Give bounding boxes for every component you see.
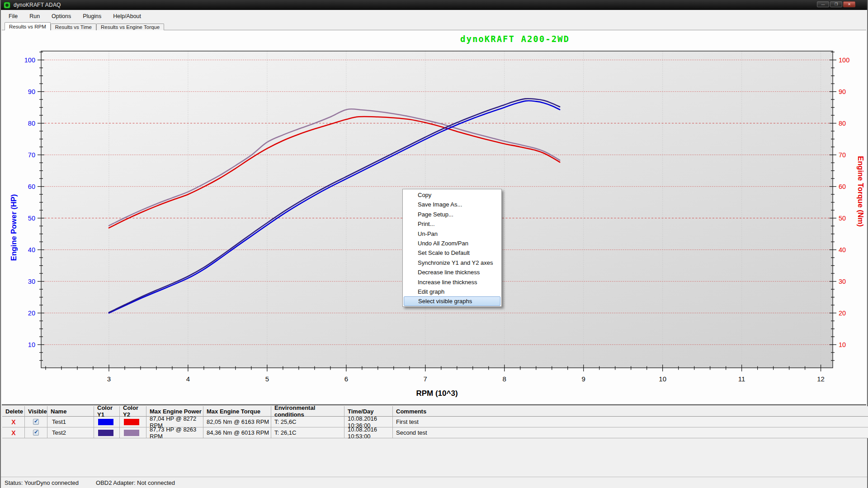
window-title: dynoKRAFT ADAQ (14, 2, 61, 8)
context-menu-item-decrease-line-thickness[interactable]: Decrease line thickness (403, 267, 501, 277)
x-tick-label: 4 (186, 375, 190, 383)
y1-tick-label: 70 (28, 151, 35, 159)
y2-tick-label: 40 (839, 246, 846, 253)
context-menu-item-increase-line-thickness[interactable]: Increase line thickness (403, 277, 501, 287)
minimize-button[interactable]: — (817, 1, 829, 7)
context-menu-item-synchronize-y1-and-y2-axes[interactable]: Synchronize Y1 and Y2 axes (403, 258, 501, 267)
y1-tick-label: 20 (28, 310, 35, 317)
y1-tick-label: 80 (28, 120, 35, 127)
table-cell-delete: X (2, 417, 25, 427)
app-window: dynoKRAFT ADAQ —❐✕ FileRunOptionsPlugins… (0, 0, 868, 488)
y1-tick-label: 90 (28, 88, 35, 95)
table-cell-color_y1 (94, 417, 120, 427)
y1-tick-label: 50 (28, 215, 35, 222)
x-tick-label: 12 (817, 375, 825, 383)
x-tick-label: 10 (659, 375, 666, 383)
column-header-color-y1: Color Y1 (94, 406, 120, 417)
table-cell-color_y1 (94, 427, 120, 438)
obd2-status-text: OBD2 Adapter: Not connected (96, 479, 175, 486)
x-tick-label: 5 (265, 375, 269, 383)
color-y2-swatch[interactable] (124, 430, 139, 436)
table-cell-max_torque: 84,36 Nm @ 6013 RPM (203, 427, 271, 438)
color-y2-swatch[interactable] (124, 419, 139, 425)
column-header-delete: Delete (2, 406, 25, 417)
context-menu-item-set-scale-to-default[interactable]: Set Scale to Default (403, 248, 501, 258)
menu-item-options[interactable]: Options (46, 11, 77, 21)
delete-row-button[interactable]: X (5, 418, 24, 426)
x-tick-label: 11 (738, 375, 745, 383)
y2-tick-label: 80 (839, 120, 846, 127)
table-cell-name: Test2 (47, 427, 94, 438)
y2-tick-label: 100 (839, 56, 849, 64)
column-header-max-engine-torque: Max Engine Torque (203, 406, 271, 417)
color-y1-swatch[interactable] (98, 430, 113, 436)
context-menu-item-page-setup[interactable]: Page Setup... (403, 210, 501, 219)
chart-context-menu: CopySave Image As...Page Setup...Print..… (402, 189, 502, 307)
context-menu-item-print[interactable]: Print... (403, 219, 501, 229)
table-cell-delete: X (2, 427, 25, 438)
x-axis-title: RPM (10^3) (416, 389, 458, 398)
menu-item-file[interactable]: File (3, 11, 24, 21)
column-header-comments: Comments (393, 406, 868, 417)
context-menu-item-un-pan[interactable]: Un-Pan (403, 229, 501, 239)
x-tick-label: 7 (424, 375, 427, 383)
context-menu-item-undo-all-zoom-pan[interactable]: Undo All Zoom/Pan (403, 239, 501, 248)
column-header-color-y2: Color Y2 (120, 406, 146, 417)
visible-checkbox[interactable]: ✔ (33, 419, 39, 425)
table-cell-env: T: 26,1C (271, 427, 344, 438)
menu-item-help-about[interactable]: Help/About (107, 11, 147, 21)
y2-tick-label: 70 (839, 151, 846, 159)
table-cell-name: Test1 (47, 417, 94, 427)
context-menu-item-copy[interactable]: Copy (403, 190, 501, 200)
visible-checkbox[interactable]: ✔ (33, 430, 39, 436)
color-y1-swatch[interactable] (98, 419, 113, 425)
y1-tick-label: 100 (24, 56, 35, 64)
column-header-visible: Visible (25, 406, 47, 417)
table-cell-comments: First test (393, 417, 868, 427)
y1-tick-label: 60 (28, 183, 35, 190)
window-controls: —❐✕ (817, 1, 855, 7)
table-cell-max_power: 87,73 HP @ 8263 RPM (146, 427, 203, 438)
menu-item-run[interactable]: Run (24, 11, 46, 21)
x-tick-label: 6 (344, 375, 348, 383)
results-table: DeleteVisibleNameColor Y1Color Y2Max Eng… (2, 404, 866, 476)
tab-strip: Results vs RPMResults vs TimeResults vs … (5, 23, 164, 30)
column-header-name: Name (47, 406, 94, 417)
delete-row-button[interactable]: X (5, 429, 24, 436)
context-menu-item-save-image-as[interactable]: Save Image As... (403, 200, 501, 209)
table-cell-time: 10.08.2016 10:53:00 (344, 427, 393, 438)
y2-tick-label: 20 (839, 310, 846, 317)
tab-results-vs-rpm[interactable]: Results vs RPM (5, 22, 51, 30)
menu-item-plugins[interactable]: Plugins (77, 11, 107, 21)
y2-tick-label: 50 (839, 215, 846, 222)
y1-tick-label: 30 (28, 278, 35, 285)
table-cell-env: T: 25,6C (271, 417, 344, 427)
tab-results-vs-time[interactable]: Results vs Time (51, 23, 96, 30)
y2-tick-label: 90 (839, 88, 846, 95)
y1-tick-label: 10 (28, 341, 35, 348)
app-icon (4, 2, 10, 9)
x-tick-label: 8 (503, 375, 506, 383)
y2-tick-label: 60 (839, 183, 846, 190)
table-cell-max_torque: 82,05 Nm @ 6163 RPM (203, 417, 271, 427)
table-cell-color_y2 (120, 427, 146, 438)
context-menu-item-edit-graph[interactable]: Edit graph (403, 287, 501, 296)
y1-axis-title: Engine Power (HP) (9, 194, 18, 261)
x-tick-label: 3 (107, 375, 111, 383)
dyno-status-text: Status: YourDyno connected (5, 479, 79, 486)
y2-tick-label: 30 (839, 278, 846, 285)
y2-axis-title: Engine Torque (Nm) (857, 156, 865, 226)
close-button[interactable]: ✕ (843, 1, 855, 7)
table-cell-visible: ✔ (25, 417, 47, 427)
tab-results-vs-engine-torque[interactable]: Results vs Engine Torque (96, 23, 164, 30)
x-tick-label: 9 (582, 375, 585, 383)
maximize-button[interactable]: ❐ (830, 1, 842, 7)
table-cell-visible: ✔ (25, 427, 47, 438)
y2-tick-label: 10 (839, 341, 846, 348)
title-bar: dynoKRAFT ADAQ —❐✕ (1, 0, 867, 10)
menu-bar: FileRunOptionsPluginsHelp/About (2, 10, 866, 23)
context-menu-item-select-visible-graphs[interactable]: Select visible graphs (404, 296, 500, 306)
status-bar: Status: YourDyno connected OBD2 Adapter:… (1, 477, 867, 488)
y1-tick-label: 40 (28, 246, 35, 253)
table-cell-color_y2 (120, 417, 146, 427)
